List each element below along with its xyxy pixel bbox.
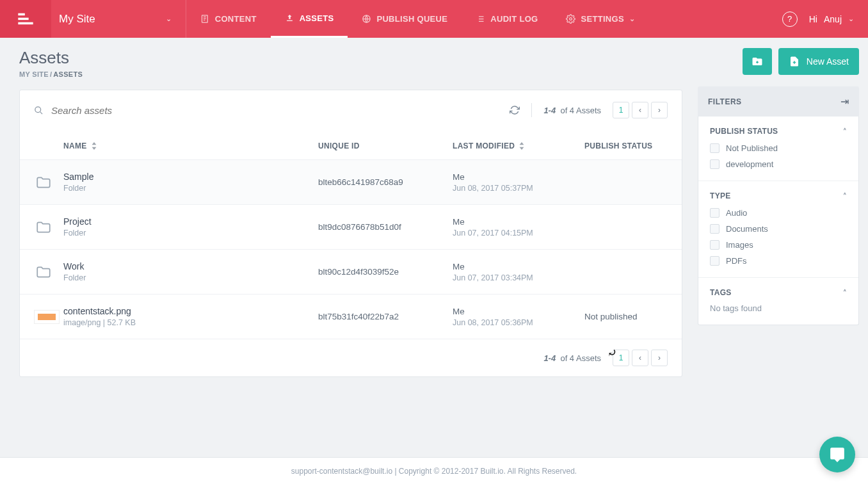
- filter-option-type[interactable]: PDFs: [710, 256, 847, 266]
- row-title: Project: [63, 216, 318, 227]
- row-uid: blt9dc0876678b51d0f: [318, 222, 453, 232]
- toolbar: 1-4 of 4 Assets 1 ‹ ›: [20, 90, 682, 130]
- user-menu[interactable]: Hi Anuj ⌄: [809, 14, 854, 24]
- svg-rect-2: [18, 22, 33, 24]
- page-next-button[interactable]: ›: [651, 350, 668, 366]
- svg-point-6: [570, 18, 572, 20]
- row-subtitle: Folder: [63, 184, 318, 193]
- chat-fab[interactable]: [819, 437, 855, 472]
- footer: support-contentstack@built.io | Copyrigh…: [0, 457, 868, 484]
- filter-publish-status: PUBLISH STATUS˄ Not Publisheddevelopment: [698, 117, 858, 181]
- page-next-button[interactable]: ›: [651, 102, 668, 118]
- list-icon: [476, 14, 485, 24]
- search-icon: [34, 106, 44, 115]
- chevron-down-icon: ⌄: [848, 15, 854, 23]
- row-modified-at: Jun 08, 2017 05:36PM: [453, 318, 584, 327]
- row-modified-at: Jun 08, 2017 05:37PM: [453, 184, 584, 193]
- row-title: Work: [63, 261, 318, 271]
- row-modified-by: Me: [453, 217, 584, 227]
- col-name[interactable]: NAME: [63, 141, 318, 150]
- site-dropdown[interactable]: My Site ⌄: [51, 0, 186, 38]
- svg-rect-0: [18, 13, 24, 15]
- page-prev-button[interactable]: ‹: [632, 102, 648, 118]
- globe-icon: [362, 14, 371, 24]
- page-1-button[interactable]: 1: [613, 350, 629, 366]
- new-asset-button[interactable]: New Asset: [778, 48, 859, 75]
- chevron-up-icon: ˄: [843, 192, 847, 200]
- filter-type: TYPE˄ AudioDocumentsImagesPDFs: [698, 181, 858, 278]
- folder-plus-icon: [751, 56, 763, 67]
- divider: [531, 103, 532, 117]
- new-folder-button[interactable]: [743, 48, 772, 75]
- table-row[interactable]: contentstack.pngimage/png | 52.7 KBblt75…: [20, 294, 682, 339]
- chevron-down-icon: ⌄: [629, 15, 635, 23]
- svg-rect-1: [18, 17, 28, 20]
- row-modified-by: Me: [453, 172, 584, 182]
- row-uid: blteb66c141987c68a9: [318, 177, 453, 187]
- col-last-modified[interactable]: LAST MODIFIED: [453, 141, 584, 150]
- svg-rect-4: [287, 20, 293, 20]
- chevron-down-icon: ⌄: [166, 15, 172, 23]
- chevron-up-icon: ˄: [843, 289, 847, 297]
- filter-option-publish-status[interactable]: development: [710, 159, 847, 169]
- tab-settings[interactable]: SETTINGS ⌄: [552, 0, 649, 38]
- filter-option-type[interactable]: Images: [710, 240, 847, 250]
- site-label: My Site: [59, 13, 95, 26]
- main-tabs: CONTENT ASSETS PUBLISH QUEUE AUDIT LOG S…: [186, 0, 650, 38]
- row-subtitle: Folder: [63, 229, 318, 238]
- filter-option-publish-status[interactable]: Not Published: [710, 143, 847, 153]
- table-footer: 1-4 of 4 Assets 1 ‹ ›: [20, 339, 682, 376]
- breadcrumb: MY SITE/ASSETS: [19, 70, 83, 78]
- breadcrumb-root[interactable]: MY SITE: [19, 70, 49, 78]
- tab-publish-queue[interactable]: PUBLISH QUEUE: [348, 0, 462, 38]
- assets-panel: 1-4 of 4 Assets 1 ‹ › NAME UNIQUE ID LAS…: [19, 90, 682, 377]
- sort-icon: [518, 142, 525, 150]
- col-publish-status[interactable]: PUBLISH STATUS: [584, 141, 668, 150]
- table-row[interactable]: ProjectFolderblt9dc0876678b51d0fMeJun 07…: [20, 205, 682, 250]
- tab-audit-log[interactable]: AUDIT LOG: [462, 0, 552, 38]
- tab-content[interactable]: CONTENT: [186, 0, 271, 38]
- content-icon: [200, 14, 210, 24]
- row-subtitle: Folder: [63, 273, 318, 282]
- row-modified-by: Me: [453, 307, 584, 316]
- table-row[interactable]: WorkFolderblt90c12d4f3039f52eMeJun 07, 2…: [20, 250, 682, 294]
- page-1-button[interactable]: 1: [613, 102, 629, 118]
- row-title: contentstack.png: [63, 306, 318, 316]
- page-prev-button[interactable]: ‹: [632, 350, 648, 366]
- table-body: SampleFolderblteb66c141987c68a9MeJun 08,…: [20, 160, 682, 339]
- folder-icon: [34, 264, 53, 280]
- plus-file-icon: [789, 56, 800, 67]
- sort-icon: [91, 142, 97, 150]
- row-modified-at: Jun 07, 2017 03:34PM: [453, 273, 584, 282]
- upload-icon: [285, 13, 294, 23]
- search-input[interactable]: [51, 105, 502, 116]
- col-unique-id[interactable]: UNIQUE ID: [318, 141, 453, 150]
- checkbox-icon: [710, 208, 719, 218]
- chat-icon: [829, 446, 846, 463]
- pager: 1 ‹ ›: [613, 102, 668, 118]
- pager-info-bottom: 1-4 of 4 Assets: [543, 353, 601, 363]
- row-uid: blt90c12d4f3039f52e: [318, 267, 453, 277]
- pager-info: 1-4 of 4 Assets: [543, 106, 601, 115]
- row-modified-by: Me: [453, 262, 584, 271]
- filters-body: PUBLISH STATUS˄ Not Publisheddevelopment…: [698, 117, 859, 325]
- checkbox-icon: [710, 224, 719, 234]
- checkbox-icon: [710, 240, 719, 250]
- tab-assets[interactable]: ASSETS: [271, 0, 348, 38]
- help-icon[interactable]: ?: [782, 12, 798, 27]
- filter-option-type[interactable]: Documents: [710, 224, 847, 234]
- chevron-up-icon: ˄: [843, 127, 847, 136]
- brand-logo[interactable]: [0, 0, 51, 38]
- pager-bottom: 1 ‹ ›: [613, 350, 668, 366]
- row-modified-at: Jun 07, 2017 04:15PM: [453, 229, 584, 238]
- page-title: Assets: [19, 48, 83, 68]
- folder-icon: [34, 174, 53, 191]
- refresh-icon[interactable]: [510, 105, 520, 115]
- top-navbar: My Site ⌄ CONTENT ASSETS PUBLISH QUEUE A…: [0, 0, 868, 38]
- filter-tags: TAGS˄ No tags found: [698, 278, 858, 325]
- collapse-filters-icon[interactable]: ⇥: [840, 95, 849, 108]
- filter-option-type[interactable]: Audio: [710, 208, 847, 218]
- table-row[interactable]: SampleFolderblteb66c141987c68a9MeJun 08,…: [20, 160, 682, 205]
- row-subtitle: image/png | 52.7 KB: [63, 318, 318, 327]
- checkbox-icon: [710, 159, 719, 169]
